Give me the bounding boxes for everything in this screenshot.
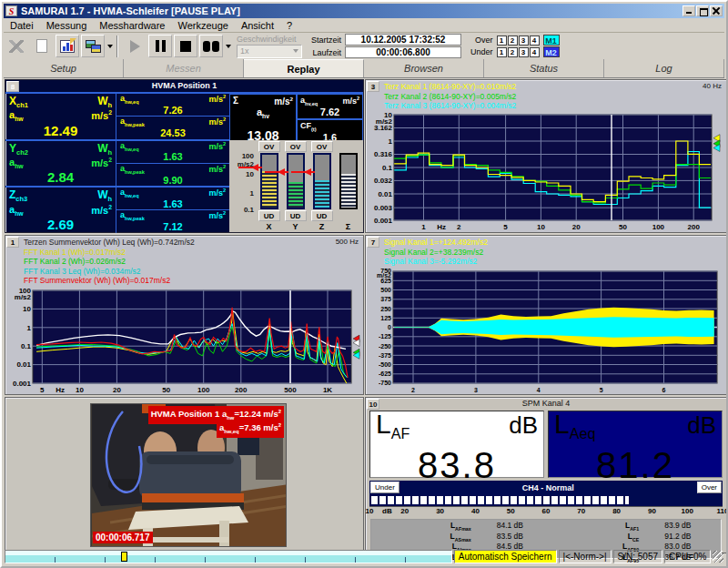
ud-button[interactable]: UD [311, 210, 333, 221]
show-data-button[interactable] [56, 35, 79, 57]
ahwpeak-cell: ahw,peakm/s2 7.12 [116, 210, 229, 232]
channel-button[interactable]: 4 [530, 47, 540, 57]
ov-button[interactable]: OV [311, 141, 333, 152]
meter-tick-label: 90 [648, 507, 656, 515]
svg-text:m/s2: m/s2 [15, 293, 32, 301]
video-frame[interactable]: HVMA Position 1 ahw=12.24 m/s2 ahw,eq=7.… [90, 403, 287, 547]
replay-timeline[interactable] [5, 550, 452, 563]
menu-item-messhardware[interactable]: Messhardware [93, 19, 171, 32]
panel-spm: 10 SPM Kanal 4 LAFdB 83.8 LAeqdB 81.2 Un… [365, 397, 727, 553]
background-laptop [238, 435, 259, 455]
channel-button[interactable]: 2 [508, 47, 518, 57]
stop-button[interactable] [174, 35, 197, 57]
laf-unit: dB [509, 413, 538, 437]
panel-badge[interactable]: 3 [367, 81, 379, 92]
svg-text:10: 10 [537, 223, 545, 231]
channel-button[interactable]: 1 [497, 36, 507, 46]
tab-log[interactable]: Log [604, 59, 724, 77]
app-icon: S [5, 5, 17, 16]
marker2-button[interactable]: M2 [543, 46, 560, 57]
channel-button[interactable]: 3 [519, 36, 529, 46]
menu-item-ansicht[interactable]: Ansicht [235, 19, 280, 32]
search-dropdown-icon[interactable] [226, 45, 231, 48]
svg-text:500: 500 [380, 287, 391, 293]
new-document-button[interactable] [30, 35, 54, 57]
channel-button[interactable]: 4 [530, 36, 540, 46]
sum-vector-box: Σm/s2 ahv 13.08 [229, 94, 297, 145]
speed-select[interactable]: 1x [237, 45, 302, 58]
pause-button[interactable] [148, 35, 172, 57]
meter-tick-label: 50 [507, 507, 515, 515]
minimize-icon[interactable] [682, 5, 695, 16]
weighting-label: Wh [97, 142, 112, 157]
hvma-level-bars: 100m/s21010.1 OV UD X OV UD Y OV UD Z [229, 140, 363, 232]
over-channel-buttons: 1234 [497, 36, 540, 46]
svg-text:5: 5 [40, 386, 45, 394]
menu-item-werkzeuge[interactable]: Werkzeuge [171, 19, 234, 32]
legend-item: Signal Kanal 2=+38.239m/s2 [384, 248, 488, 258]
play-button[interactable] [123, 35, 147, 57]
limit-marker-icon[interactable] [278, 168, 285, 176]
panel-badge[interactable]: 8 [6, 81, 19, 92]
over-button[interactable]: Over [697, 482, 722, 493]
layout-dropdown-icon[interactable] [107, 45, 113, 48]
fft-plot[interactable]: 5Hz1020501002005001K100m/s21010.10.010.0… [6, 288, 362, 394]
marker1-button[interactable]: M1 [543, 35, 560, 46]
laufzeit-field[interactable]: 00:00:06.800 [345, 46, 461, 58]
title-bar[interactable]: S SAMURAI 1.7 - HVMA-Schleifer [PAUSE PL… [4, 4, 724, 18]
limit-marker-icon[interactable] [251, 164, 258, 171]
terz-legend: Terz Kanal 1 (8614-90-XY)=0.010m/s2Terz … [384, 82, 516, 111]
meter-tick-label: 60 [542, 507, 551, 515]
video-overlay-ahweq: ahw,eq=7.36 m/s2 [217, 420, 284, 438]
tab-messen[interactable]: Messen [124, 59, 244, 77]
tab-status[interactable]: Status [484, 59, 604, 77]
search-button[interactable] [199, 35, 223, 57]
limit-marker-icon[interactable] [304, 168, 311, 176]
channel-button[interactable]: 2 [508, 36, 518, 46]
svg-text:6: 6 [662, 387, 666, 393]
menu-item-datei[interactable]: Datei [4, 19, 40, 32]
channel-button[interactable]: 1 [497, 47, 507, 57]
channel-main-cell: Zch3Wh ahwm/s2 2.69 [5, 188, 116, 233]
timeline-cursor[interactable] [121, 552, 127, 562]
ahveq-unit: m/s2 [342, 96, 359, 106]
window-title: SAMURAI 1.7 - HVMA-Schleifer [PAUSE PLAY… [21, 5, 682, 16]
norm-indicator[interactable]: |<-Norm->| [559, 550, 612, 563]
svg-text:-250: -250 [379, 343, 391, 350]
channel-button[interactable]: 3 [519, 47, 529, 57]
ov-button[interactable]: OV [285, 141, 307, 152]
startzeit-field[interactable]: 10.12.2005 17:32:52 [345, 34, 461, 46]
tab-browsen[interactable]: Browsen [364, 59, 484, 77]
under-button[interactable]: Under [370, 482, 399, 493]
terz-plot[interactable]: 1Hz2510205010020010m/s23.16210.3160.10.0… [367, 112, 725, 231]
measure-disabled-button[interactable] [5, 35, 28, 57]
ud-button[interactable]: UD [285, 210, 307, 221]
signal-plot[interactable]: 23456750m/s26255003752501250-125-250-375… [367, 269, 725, 394]
ud-button[interactable]: UD [258, 210, 280, 221]
panel-badge[interactable]: 7 [367, 237, 379, 248]
hvma-channel-table: Xch1Wh ahwm/s2 12.49 ahw,eqm/s2 7.26 ahw… [5, 92, 229, 232]
unit-label: m/s2 [91, 204, 112, 217]
menu-item-messung[interactable]: Messung [40, 19, 94, 32]
panel-hvma: 8 HVMA Position 1 Xch1Wh ahwm/s2 12.49 a… [5, 79, 364, 233]
panel-signal: 7 Signal Kanal 1=+124.492m/s2Signal Kana… [365, 235, 727, 395]
layout-button[interactable] [81, 35, 105, 57]
svg-text:625: 625 [380, 278, 391, 284]
close-icon[interactable] [710, 5, 723, 16]
svg-text:-750: -750 [379, 380, 391, 386]
svg-text:50: 50 [619, 223, 627, 231]
menu-item-help[interactable]: ? [280, 19, 298, 32]
svg-text:1: 1 [27, 324, 32, 332]
svg-text:125: 125 [380, 315, 391, 321]
ov-button[interactable]: OV [258, 141, 280, 152]
svg-text:0.003: 0.003 [374, 204, 393, 212]
tab-setup[interactable]: Setup [4, 59, 124, 77]
tab-replay[interactable]: Replay [244, 59, 364, 77]
resize-grip-icon[interactable] [713, 551, 723, 563]
level-value: 83.9 dB [639, 521, 721, 532]
maximize-icon[interactable] [696, 5, 709, 16]
panel-badge[interactable]: 1 [6, 237, 19, 248]
svg-text:200: 200 [235, 386, 248, 394]
pause-icon [156, 40, 166, 52]
panel-badge[interactable]: 10 [367, 399, 379, 410]
